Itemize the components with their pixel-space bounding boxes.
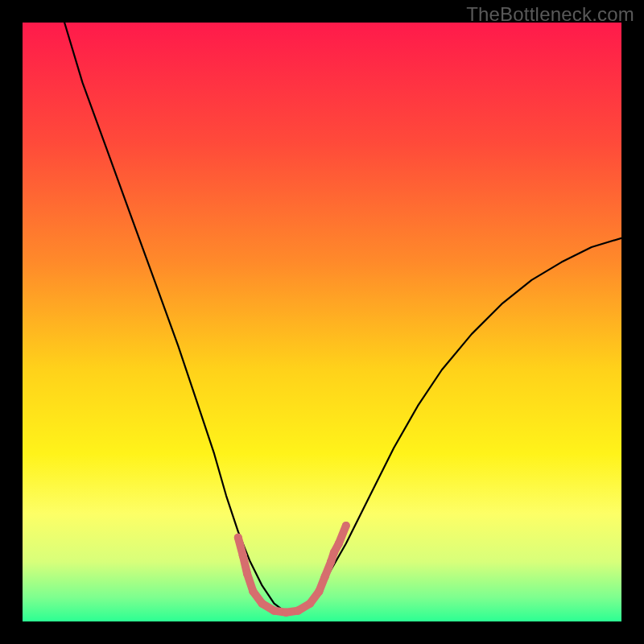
marker-dot xyxy=(327,558,335,566)
marker-dot xyxy=(249,588,257,596)
marker-dot xyxy=(243,570,251,578)
marker-dot xyxy=(335,539,343,547)
marker-dot xyxy=(342,522,350,530)
marker-dot xyxy=(234,534,242,542)
plot-area xyxy=(23,23,621,621)
marker-dot xyxy=(239,551,247,559)
marker-dot xyxy=(321,572,329,580)
gradient-background xyxy=(23,23,621,621)
marker-dot xyxy=(282,609,290,617)
chart-svg xyxy=(23,23,621,621)
marker-dot xyxy=(306,600,314,608)
marker-dot xyxy=(315,588,323,596)
marker-dot xyxy=(294,607,302,615)
marker-dot xyxy=(258,600,266,608)
marker-dot xyxy=(270,607,279,615)
marker-dot xyxy=(330,548,338,556)
outer-frame: TheBottleneck.com xyxy=(0,0,644,644)
